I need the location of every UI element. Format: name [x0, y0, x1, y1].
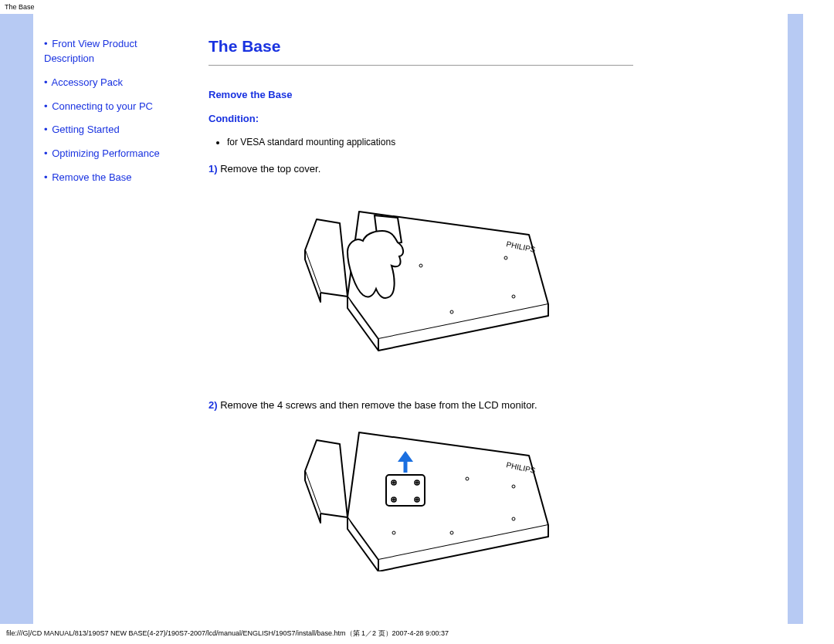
step-number: 2) [208, 399, 218, 411]
sidebar-nav: • Front View Product Description • Acces… [33, 14, 185, 202]
bullet-icon: • [44, 100, 48, 112]
bullet-icon: • [44, 147, 48, 159]
sidebar-link[interactable]: Optimizing Performance [52, 147, 159, 159]
sidebar-item-front-view[interactable]: • Front View Product Description [44, 37, 178, 76]
step-text: Remove the 4 screws and then remove the … [218, 399, 537, 411]
step-number: 1) [208, 163, 218, 175]
sidebar-link[interactable]: Connecting to your PC [52, 100, 153, 112]
step-1: 1) Remove the top cover. [208, 163, 633, 175]
sidebar-link[interactable]: Front View Product Description [44, 38, 137, 64]
main-content: The Base Remove the Base Condition: for … [185, 14, 656, 589]
sidebar-item-optimizing[interactable]: • Optimizing Performance [44, 147, 178, 171]
remove-screws-illustration: PHILIPS [274, 425, 568, 571]
page-title: The Base [208, 37, 633, 56]
condition-item: for VESA standard mounting applications [227, 137, 633, 147]
illustration-step1: PHILIPS [208, 188, 633, 368]
step-text: Remove the top cover. [218, 163, 321, 175]
sidebar-item-connecting[interactable]: • Connecting to your PC [44, 100, 178, 124]
window-title: The Base [0, 0, 834, 14]
sidebar-link[interactable]: Getting Started [52, 124, 119, 135]
section-remove-base-heading: Remove the Base [208, 89, 633, 100]
illustration-step2: PHILIPS [208, 425, 633, 574]
condition-list: for VESA standard mounting applications [227, 137, 633, 147]
bullet-icon: • [44, 124, 48, 135]
sidebar-link[interactable]: Remove the Base [52, 171, 131, 183]
sidebar-item-getting-started[interactable]: • Getting Started [44, 123, 178, 147]
footer-file-path: file:///G|/CD MANUAL/813/190S7 NEW BASE(… [0, 624, 834, 643]
sidebar-item-accessory-pack[interactable]: • Accessory Pack [44, 76, 178, 100]
bullet-icon: • [44, 76, 48, 88]
bullet-icon: • [44, 171, 48, 183]
divider [208, 65, 633, 66]
sidebar-link[interactable]: Accessory Pack [51, 76, 122, 88]
right-accent-bar [788, 14, 803, 624]
page: • Front View Product Description • Acces… [0, 14, 834, 624]
sidebar-item-remove-base[interactable]: • Remove the Base [44, 171, 178, 195]
left-accent-bar [0, 14, 33, 624]
bullet-icon: • [44, 38, 48, 49]
step-2: 2) Remove the 4 screws and then remove t… [208, 399, 633, 411]
section-condition-heading: Condition: [208, 113, 633, 124]
remove-top-cover-illustration: PHILIPS [274, 188, 568, 366]
